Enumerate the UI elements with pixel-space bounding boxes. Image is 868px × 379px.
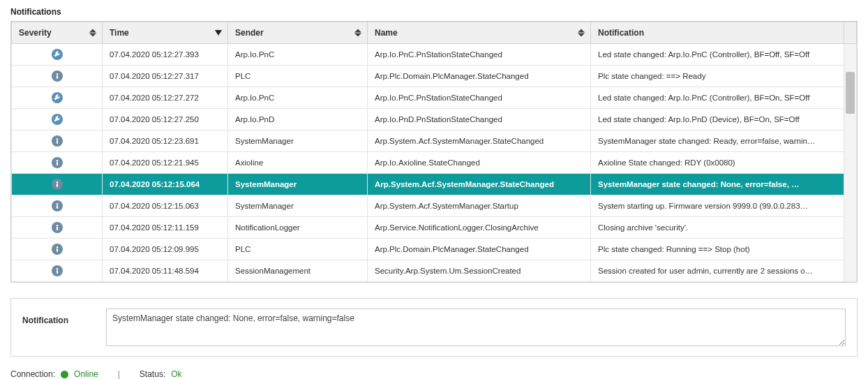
cell-sender: SessionManagement bbox=[228, 260, 368, 282]
info-icon bbox=[52, 244, 63, 255]
cell-name: Arp.Plc.Domain.PlcManager.StateChanged bbox=[368, 239, 591, 260]
cell-time: 07.04.2020 05:12:11.159 bbox=[103, 217, 228, 239]
table-row[interactable]: 07.04.2020 05:12:27.250Arp.Io.PnDArp.Io.… bbox=[12, 109, 857, 131]
cell-severity bbox=[12, 131, 103, 152]
detail-label: Notification bbox=[22, 309, 92, 325]
cell-severity bbox=[12, 44, 103, 66]
cell-time: 07.04.2020 05:12:23.691 bbox=[103, 131, 228, 152]
status-label: Status: bbox=[140, 369, 165, 379]
sort-desc-icon bbox=[215, 30, 222, 36]
cell-name: Arp.Io.PnD.PnStationStateChanged bbox=[368, 109, 591, 131]
table-row[interactable]: 07.04.2020 05:12:27.317PLCArp.Plc.Domain… bbox=[12, 66, 857, 87]
cell-name: Arp.Io.PnC.PnStationStateChanged bbox=[368, 44, 591, 66]
cell-time: 07.04.2020 05:12:09.995 bbox=[103, 239, 228, 260]
cell-notification: Session created for user admin, currentl… bbox=[591, 260, 844, 282]
col-header-severity[interactable]: Severity bbox=[12, 22, 103, 44]
cell-notification: SystemManager state changed: None, error… bbox=[591, 174, 844, 195]
svg-point-8 bbox=[56, 203, 58, 205]
cell-time: 07.04.2020 05:11:48.594 bbox=[103, 260, 228, 282]
col-header-name[interactable]: Name bbox=[368, 22, 591, 44]
status-bar: Connection: Online | Status: Ok bbox=[10, 369, 858, 379]
info-icon bbox=[52, 265, 63, 276]
svg-point-10 bbox=[56, 225, 58, 227]
cell-name: Arp.Service.NotificationLogger.ClosingAr… bbox=[368, 217, 591, 239]
table-row[interactable]: 07.04.2020 05:12:11.159NotificationLogge… bbox=[12, 217, 857, 239]
table-row[interactable]: 07.04.2020 05:12:27.272Arp.Io.PnCArp.Io.… bbox=[12, 87, 857, 109]
cell-sender: NotificationLogger bbox=[228, 217, 368, 239]
cell-time: 07.04.2020 05:12:21.945 bbox=[103, 152, 228, 174]
cell-name: Arp.System.Acf.SystemManager.Startup bbox=[368, 195, 591, 217]
cell-sender: PLC bbox=[228, 66, 368, 87]
table-row[interactable]: 07.04.2020 05:12:23.691SystemManagerArp.… bbox=[12, 131, 857, 152]
col-header-sender-label: Sender bbox=[235, 28, 264, 38]
svg-point-12 bbox=[56, 246, 58, 248]
cell-name: Arp.System.Acf.SystemManager.StateChange… bbox=[368, 174, 591, 195]
cell-notification: Led state changed: Arp.Io.PnC (Controlle… bbox=[591, 44, 844, 66]
svg-rect-3 bbox=[56, 140, 57, 144]
col-header-notification-label: Notification bbox=[598, 28, 644, 38]
cell-severity bbox=[12, 239, 103, 260]
cell-name: Security.Arp.System.Um.SessionCreated bbox=[368, 260, 591, 282]
info-icon bbox=[52, 200, 63, 211]
scrollbar-track[interactable] bbox=[844, 44, 857, 282]
svg-point-2 bbox=[56, 138, 58, 140]
table-row[interactable]: 07.04.2020 05:12:15.063SystemManagerArp.… bbox=[12, 195, 857, 217]
svg-rect-9 bbox=[56, 205, 57, 209]
svg-rect-1 bbox=[56, 75, 57, 79]
info-icon bbox=[52, 179, 63, 190]
info-icon bbox=[52, 222, 63, 233]
wrench-icon bbox=[52, 49, 63, 60]
cell-severity bbox=[12, 109, 103, 131]
col-header-time[interactable]: Time bbox=[103, 22, 228, 44]
cell-sender: Arp.Io.PnC bbox=[228, 44, 368, 66]
table-row[interactable]: 07.04.2020 05:12:09.995PLCArp.Plc.Domain… bbox=[12, 239, 857, 260]
cell-notification: Led state changed: Arp.Io.PnC (Controlle… bbox=[591, 87, 844, 109]
table-row[interactable]: 07.04.2020 05:12:15.064SystemManagerArp.… bbox=[12, 174, 857, 195]
scrollbar-header bbox=[844, 22, 857, 44]
cell-notification: Axioline State changed: RDY (0x0080) bbox=[591, 152, 844, 174]
cell-name: Arp.Plc.Domain.PlcManager.StateChanged bbox=[368, 66, 591, 87]
svg-rect-15 bbox=[56, 270, 57, 274]
info-icon bbox=[52, 70, 63, 82]
cell-name: Arp.Io.Axioline.StateChanged bbox=[368, 152, 591, 174]
sort-icon bbox=[578, 29, 585, 37]
cell-name: Arp.Io.PnC.PnStationStateChanged bbox=[368, 87, 591, 109]
col-header-name-label: Name bbox=[375, 28, 398, 38]
cell-sender: Arp.Io.PnC bbox=[228, 87, 368, 109]
cell-name: Arp.System.Acf.SystemManager.StateChange… bbox=[368, 131, 591, 152]
notifications-table: Severity Time Sender Name Notification bbox=[11, 22, 857, 282]
scrollbar-thumb[interactable] bbox=[846, 72, 855, 114]
svg-rect-13 bbox=[56, 248, 57, 252]
col-header-sender[interactable]: Sender bbox=[228, 22, 368, 44]
table-row[interactable]: 07.04.2020 05:11:48.594SessionManagement… bbox=[12, 260, 857, 282]
detail-panel: Notification bbox=[10, 298, 858, 357]
cell-sender: SystemManager bbox=[228, 174, 368, 195]
svg-point-14 bbox=[56, 268, 58, 270]
cell-severity bbox=[12, 195, 103, 217]
cell-severity bbox=[12, 66, 103, 87]
table-row[interactable]: 07.04.2020 05:12:27.393Arp.Io.PnCArp.Io.… bbox=[12, 44, 857, 66]
col-header-notification[interactable]: Notification bbox=[591, 22, 844, 44]
connection-label: Connection: bbox=[10, 369, 55, 379]
cell-severity bbox=[12, 260, 103, 282]
svg-rect-7 bbox=[56, 184, 57, 187]
status-separator: | bbox=[118, 369, 120, 379]
info-icon bbox=[52, 157, 63, 168]
detail-textarea[interactable] bbox=[106, 309, 846, 346]
cell-time: 07.04.2020 05:12:15.064 bbox=[103, 174, 228, 195]
svg-point-0 bbox=[56, 73, 58, 75]
cell-severity bbox=[12, 152, 103, 174]
col-header-severity-label: Severity bbox=[19, 28, 52, 38]
cell-sender: Arp.Io.PnD bbox=[228, 109, 368, 131]
col-header-time-label: Time bbox=[110, 28, 129, 38]
page-title: Notifications bbox=[10, 7, 858, 17]
cell-severity bbox=[12, 87, 103, 109]
status-value: Ok bbox=[171, 369, 181, 379]
connection-value: Online bbox=[74, 369, 98, 379]
cell-notification: SystemManager state changed: Ready, erro… bbox=[591, 131, 844, 152]
table-row[interactable]: 07.04.2020 05:12:21.945AxiolineArp.Io.Ax… bbox=[12, 152, 857, 174]
cell-time: 07.04.2020 05:12:27.317 bbox=[103, 66, 228, 87]
cell-notification: Plc state changed: Running ==> Stop (hot… bbox=[591, 239, 844, 260]
svg-point-4 bbox=[56, 160, 58, 162]
connection-status-icon bbox=[61, 371, 68, 378]
